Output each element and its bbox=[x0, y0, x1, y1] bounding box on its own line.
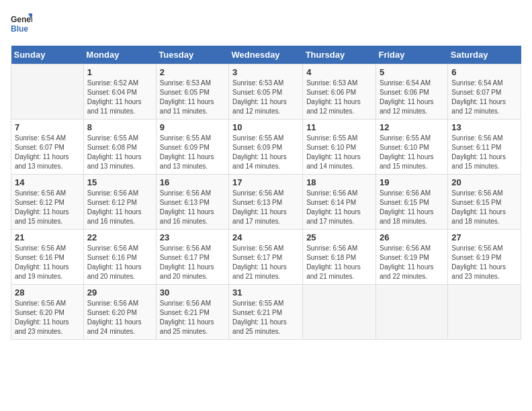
week-row-4: 21Sunrise: 6:56 AMSunset: 6:16 PMDayligh… bbox=[11, 230, 521, 285]
calendar-cell: 5Sunrise: 6:54 AMSunset: 6:06 PMDaylight… bbox=[375, 64, 447, 120]
day-detail: Sunrise: 6:56 AMSunset: 6:20 PMDaylight:… bbox=[15, 299, 80, 336]
day-detail: Sunrise: 6:56 AMSunset: 6:16 PMDaylight:… bbox=[87, 244, 152, 281]
calendar-cell: 11Sunrise: 6:55 AMSunset: 6:10 PMDayligh… bbox=[303, 120, 376, 175]
column-header-sunday: Sunday bbox=[11, 46, 84, 64]
calendar-cell: 23Sunrise: 6:56 AMSunset: 6:17 PMDayligh… bbox=[156, 230, 228, 285]
logo: General Blue bbox=[11, 11, 32, 38]
svg-text:General: General bbox=[11, 15, 32, 24]
calendar-cell: 12Sunrise: 6:55 AMSunset: 6:10 PMDayligh… bbox=[375, 120, 447, 175]
calendar-cell: 18Sunrise: 6:56 AMSunset: 6:14 PMDayligh… bbox=[303, 175, 376, 230]
day-number: 15 bbox=[87, 177, 152, 187]
day-number: 29 bbox=[87, 287, 152, 298]
day-detail: Sunrise: 6:53 AMSunset: 6:05 PMDaylight:… bbox=[160, 79, 225, 116]
day-detail: Sunrise: 6:55 AMSunset: 6:09 PMDaylight:… bbox=[232, 134, 299, 171]
calendar-cell: 15Sunrise: 6:56 AMSunset: 6:12 PMDayligh… bbox=[83, 175, 156, 230]
calendar-cell: 10Sunrise: 6:55 AMSunset: 6:09 PMDayligh… bbox=[229, 120, 303, 175]
calendar-cell: 26Sunrise: 6:56 AMSunset: 6:19 PMDayligh… bbox=[375, 230, 447, 285]
calendar-cell: 16Sunrise: 6:56 AMSunset: 6:13 PMDayligh… bbox=[156, 175, 228, 230]
week-row-1: 1Sunrise: 6:52 AMSunset: 6:04 PMDaylight… bbox=[11, 64, 521, 120]
logo-icon: General Blue bbox=[11, 11, 32, 38]
calendar-cell: 2Sunrise: 6:53 AMSunset: 6:05 PMDaylight… bbox=[156, 64, 228, 120]
day-detail: Sunrise: 6:56 AMSunset: 6:20 PMDaylight:… bbox=[87, 299, 152, 336]
day-detail: Sunrise: 6:56 AMSunset: 6:15 PMDaylight:… bbox=[451, 189, 517, 226]
calendar-cell: 25Sunrise: 6:56 AMSunset: 6:18 PMDayligh… bbox=[303, 230, 376, 285]
day-detail: Sunrise: 6:55 AMSunset: 6:10 PMDaylight:… bbox=[306, 134, 372, 171]
calendar-cell: 19Sunrise: 6:56 AMSunset: 6:15 PMDayligh… bbox=[375, 175, 447, 230]
day-number: 6 bbox=[451, 67, 517, 77]
day-number: 30 bbox=[160, 287, 225, 298]
column-header-thursday: Thursday bbox=[303, 46, 376, 64]
calendar-cell: 8Sunrise: 6:55 AMSunset: 6:08 PMDaylight… bbox=[83, 120, 156, 175]
calendar-cell: 20Sunrise: 6:56 AMSunset: 6:15 PMDayligh… bbox=[448, 175, 521, 230]
day-number: 7 bbox=[15, 122, 80, 132]
day-number: 2 bbox=[160, 67, 225, 77]
day-detail: Sunrise: 6:55 AMSunset: 6:21 PMDaylight:… bbox=[232, 299, 299, 336]
day-number: 5 bbox=[380, 67, 444, 77]
day-number: 13 bbox=[451, 122, 517, 132]
header: General Blue bbox=[11, 11, 521, 38]
day-detail: Sunrise: 6:53 AMSunset: 6:05 PMDaylight:… bbox=[232, 79, 299, 116]
day-detail: Sunrise: 6:56 AMSunset: 6:17 PMDaylight:… bbox=[232, 244, 299, 281]
day-detail: Sunrise: 6:56 AMSunset: 6:18 PMDaylight:… bbox=[306, 244, 372, 281]
svg-text:Blue: Blue bbox=[11, 24, 28, 34]
calendar-cell bbox=[375, 285, 447, 340]
calendar-cell: 28Sunrise: 6:56 AMSunset: 6:20 PMDayligh… bbox=[11, 285, 84, 340]
calendar-cell: 13Sunrise: 6:56 AMSunset: 6:11 PMDayligh… bbox=[448, 120, 521, 175]
calendar-cell: 24Sunrise: 6:56 AMSunset: 6:17 PMDayligh… bbox=[229, 230, 303, 285]
day-number: 23 bbox=[160, 232, 225, 242]
column-header-tuesday: Tuesday bbox=[156, 46, 228, 64]
day-number: 24 bbox=[232, 232, 299, 242]
calendar-cell: 3Sunrise: 6:53 AMSunset: 6:05 PMDaylight… bbox=[229, 64, 303, 120]
calendar-cell: 29Sunrise: 6:56 AMSunset: 6:20 PMDayligh… bbox=[83, 285, 156, 340]
calendar-cell: 14Sunrise: 6:56 AMSunset: 6:12 PMDayligh… bbox=[11, 175, 84, 230]
calendar-cell bbox=[448, 285, 521, 340]
day-number: 19 bbox=[380, 177, 444, 187]
day-number: 8 bbox=[87, 122, 152, 132]
day-number: 1 bbox=[87, 67, 152, 77]
week-row-3: 14Sunrise: 6:56 AMSunset: 6:12 PMDayligh… bbox=[11, 175, 521, 230]
day-number: 26 bbox=[380, 232, 444, 242]
day-detail: Sunrise: 6:56 AMSunset: 6:19 PMDaylight:… bbox=[451, 244, 517, 281]
day-detail: Sunrise: 6:56 AMSunset: 6:12 PMDaylight:… bbox=[87, 189, 152, 226]
column-header-friday: Friday bbox=[375, 46, 447, 64]
day-number: 16 bbox=[160, 177, 225, 187]
week-row-5: 28Sunrise: 6:56 AMSunset: 6:20 PMDayligh… bbox=[11, 285, 521, 340]
day-detail: Sunrise: 6:56 AMSunset: 6:12 PMDaylight:… bbox=[15, 189, 80, 226]
calendar-cell: 6Sunrise: 6:54 AMSunset: 6:07 PMDaylight… bbox=[448, 64, 521, 120]
day-number: 20 bbox=[451, 177, 517, 187]
calendar-cell: 7Sunrise: 6:54 AMSunset: 6:07 PMDaylight… bbox=[11, 120, 84, 175]
day-number: 25 bbox=[306, 232, 372, 242]
day-detail: Sunrise: 6:56 AMSunset: 6:15 PMDaylight:… bbox=[380, 189, 444, 226]
day-detail: Sunrise: 6:56 AMSunset: 6:13 PMDaylight:… bbox=[160, 189, 225, 226]
day-number: 4 bbox=[306, 67, 372, 77]
column-header-saturday: Saturday bbox=[448, 46, 521, 64]
day-number: 3 bbox=[232, 67, 299, 77]
day-number: 21 bbox=[15, 232, 80, 242]
day-detail: Sunrise: 6:54 AMSunset: 6:07 PMDaylight:… bbox=[15, 134, 80, 171]
day-detail: Sunrise: 6:55 AMSunset: 6:10 PMDaylight:… bbox=[380, 134, 444, 171]
day-detail: Sunrise: 6:56 AMSunset: 6:11 PMDaylight:… bbox=[451, 134, 517, 171]
calendar-cell: 9Sunrise: 6:55 AMSunset: 6:09 PMDaylight… bbox=[156, 120, 228, 175]
day-number: 22 bbox=[87, 232, 152, 242]
day-number: 11 bbox=[306, 122, 372, 132]
calendar-cell: 27Sunrise: 6:56 AMSunset: 6:19 PMDayligh… bbox=[448, 230, 521, 285]
calendar-cell: 1Sunrise: 6:52 AMSunset: 6:04 PMDaylight… bbox=[83, 64, 156, 120]
day-detail: Sunrise: 6:52 AMSunset: 6:04 PMDaylight:… bbox=[87, 79, 152, 116]
day-number: 18 bbox=[306, 177, 372, 187]
calendar-cell: 22Sunrise: 6:56 AMSunset: 6:16 PMDayligh… bbox=[83, 230, 156, 285]
day-number: 17 bbox=[232, 177, 299, 187]
day-detail: Sunrise: 6:53 AMSunset: 6:06 PMDaylight:… bbox=[306, 79, 372, 116]
day-detail: Sunrise: 6:56 AMSunset: 6:14 PMDaylight:… bbox=[306, 189, 372, 226]
day-detail: Sunrise: 6:54 AMSunset: 6:07 PMDaylight:… bbox=[451, 79, 517, 116]
day-number: 14 bbox=[15, 177, 80, 187]
calendar-cell: 21Sunrise: 6:56 AMSunset: 6:16 PMDayligh… bbox=[11, 230, 84, 285]
day-number: 27 bbox=[451, 232, 517, 242]
day-number: 12 bbox=[380, 122, 444, 132]
calendar-cell: 4Sunrise: 6:53 AMSunset: 6:06 PMDaylight… bbox=[303, 64, 376, 120]
day-detail: Sunrise: 6:56 AMSunset: 6:21 PMDaylight:… bbox=[160, 299, 225, 336]
column-header-monday: Monday bbox=[83, 46, 156, 64]
calendar-cell: 31Sunrise: 6:55 AMSunset: 6:21 PMDayligh… bbox=[229, 285, 303, 340]
calendar-cell bbox=[303, 285, 376, 340]
day-detail: Sunrise: 6:55 AMSunset: 6:09 PMDaylight:… bbox=[160, 134, 225, 171]
day-number: 9 bbox=[160, 122, 225, 132]
